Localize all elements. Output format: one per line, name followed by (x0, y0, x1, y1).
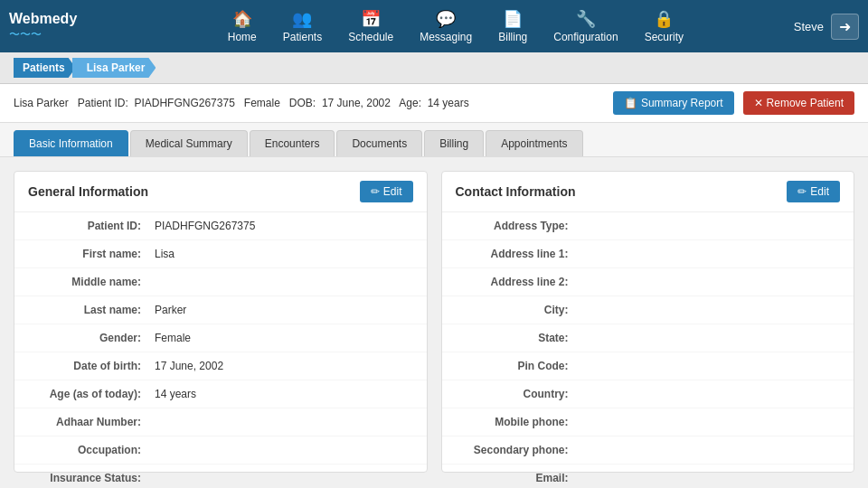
username: Steve (794, 20, 824, 33)
field-dob: Date of birth: 17 June, 2002 (14, 352, 427, 380)
patient-age-label: Age: (399, 97, 421, 109)
field-occupation-label: Occupation: (28, 444, 155, 456)
billing-icon: 📄 (503, 9, 523, 29)
home-icon: 🏠 (232, 9, 252, 29)
field-secondary-phone: Secondary phone: (442, 436, 854, 465)
contact-edit-pencil-icon: ✏ (797, 185, 807, 198)
logo-wave: 〜〜〜 (9, 27, 77, 42)
patient-dob-label: DOB: (289, 97, 316, 109)
nav-home[interactable]: 🏠 Home (217, 5, 268, 48)
field-state: State: (442, 324, 854, 352)
nav-home-label: Home (228, 31, 257, 43)
field-pin-code: Pin Code: (442, 352, 854, 380)
field-country-label: Country: (456, 388, 582, 400)
general-info-title: General Information (28, 184, 148, 199)
contact-info-title: Contact Information (456, 184, 576, 199)
field-pin-code-label: Pin Code: (456, 360, 582, 372)
nav-messaging[interactable]: 💬 Messaging (409, 5, 483, 48)
main-content: General Information ✏ Edit Patient ID: P… (0, 157, 868, 486)
nav-security[interactable]: 🔒 Security (634, 5, 694, 48)
header: Webmedy 〜〜〜 🏠 Home 👥 Patients 📅 Schedule… (0, 0, 868, 52)
patient-age-value: 14 years (428, 97, 469, 109)
field-email: Email: (442, 465, 854, 486)
edit-pencil-icon: ✏ (371, 185, 380, 198)
field-gender: Gender: Female (14, 324, 427, 352)
contact-info-edit-button[interactable]: ✏ Edit (787, 181, 840, 202)
security-icon: 🔒 (654, 9, 674, 29)
summary-icon: 📋 (624, 97, 637, 109)
field-secondary-phone-label: Secondary phone: (456, 444, 582, 456)
breadcrumb-patients[interactable]: Patients (14, 58, 76, 78)
field-middle-name: Middle name: (14, 268, 427, 296)
logo: Webmedy 〜〜〜 (9, 11, 118, 42)
nav-schedule[interactable]: 📅 Schedule (337, 5, 404, 48)
contact-edit-label: Edit (810, 185, 829, 198)
patient-dob-value: 17 June, 2002 (322, 97, 391, 109)
header-right: Steve ➜ (794, 14, 859, 40)
tabs-bar: Basic Information Medical Summary Encoun… (0, 123, 868, 157)
tab-appointments[interactable]: Appointments (486, 130, 582, 156)
field-address-type-label: Address Type: (456, 220, 582, 232)
field-last-name: Last name: Parker (14, 296, 427, 324)
field-address-line1-label: Address line 1: (456, 248, 582, 260)
patient-info-bar: Lisa Parker Patient ID: PIADHFGNG267375 … (0, 84, 868, 123)
field-patient-id: Patient ID: PIADHFGNG267375 (14, 212, 427, 240)
field-dob-value: 17 June, 2002 (155, 360, 223, 372)
tab-basic-information[interactable]: Basic Information (14, 130, 128, 156)
general-info-fields: Patient ID: PIADHFGNG267375 First name: … (14, 212, 427, 486)
nav-patients[interactable]: 👥 Patients (272, 5, 333, 48)
logout-button[interactable]: ➜ (831, 14, 859, 40)
patients-icon: 👥 (292, 9, 312, 29)
field-gender-value: Female (155, 332, 191, 344)
nav-billing-label: Billing (498, 31, 527, 43)
tab-encounters[interactable]: Encounters (250, 130, 335, 156)
tab-documents[interactable]: Documents (336, 130, 422, 156)
patient-id-label: Patient ID: (78, 97, 128, 109)
remove-icon: ✕ (754, 97, 763, 109)
breadcrumb: Patients Lisa Parker (0, 52, 868, 84)
contact-info-header: Contact Information ✏ Edit (442, 172, 854, 212)
field-patient-id-value: PIADHFGNG267375 (155, 220, 255, 232)
field-mobile-phone-label: Mobile phone: (456, 416, 582, 428)
field-first-name: First name: Lisa (14, 240, 427, 268)
field-insurance: Insurance Status: (14, 465, 427, 486)
field-age-value: 14 years (155, 388, 196, 400)
nav-configuration[interactable]: 🔧 Configuration (542, 5, 628, 48)
field-mobile-phone: Mobile phone: (442, 408, 854, 436)
nav-schedule-label: Schedule (348, 31, 393, 43)
field-city-label: City: (456, 304, 582, 316)
patient-name: Lisa Parker (14, 97, 69, 109)
nav-security-label: Security (645, 31, 684, 43)
tab-billing[interactable]: Billing (424, 130, 484, 156)
field-patient-id-label: Patient ID: (28, 220, 155, 232)
general-edit-label: Edit (383, 185, 402, 198)
field-occupation: Occupation: (14, 436, 427, 465)
nav-billing[interactable]: 📄 Billing (487, 5, 538, 48)
field-address-type: Address Type: (442, 212, 854, 240)
remove-patient-button[interactable]: ✕ Remove Patient (743, 91, 854, 115)
field-country: Country: (442, 380, 854, 408)
field-adhaar-label: Adhaar Number: (28, 416, 155, 428)
general-info-edit-button[interactable]: ✏ Edit (360, 181, 413, 202)
breadcrumb-patient-name[interactable]: Lisa Parker (72, 58, 156, 78)
field-address-line1: Address line 1: (442, 240, 854, 268)
field-age: Age (as of today): 14 years (14, 380, 427, 408)
field-last-name-label: Last name: (28, 304, 155, 316)
contact-info-panel: Contact Information ✏ Edit Address Type:… (441, 171, 855, 473)
summary-label: Summary Report (641, 97, 723, 109)
tab-medical-summary[interactable]: Medical Summary (130, 130, 248, 156)
nav-patients-label: Patients (283, 31, 322, 43)
field-last-name-value: Parker (155, 304, 186, 316)
field-dob-label: Date of birth: (28, 360, 155, 372)
field-adhaar: Adhaar Number: (14, 408, 427, 436)
remove-label: Remove Patient (767, 97, 844, 109)
general-info-panel: General Information ✏ Edit Patient ID: P… (14, 171, 428, 473)
patient-info-text: Lisa Parker Patient ID: PIADHFGNG267375 … (14, 97, 604, 109)
logo-text: Webmedy (9, 11, 77, 27)
summary-report-button[interactable]: 📋 Summary Report (613, 91, 734, 115)
patient-id-value: PIADHFGNG267375 (134, 97, 234, 109)
field-gender-label: Gender: (28, 332, 155, 344)
messaging-icon: 💬 (436, 9, 456, 29)
schedule-icon: 📅 (361, 9, 381, 29)
field-age-label: Age (as of today): (28, 388, 155, 400)
